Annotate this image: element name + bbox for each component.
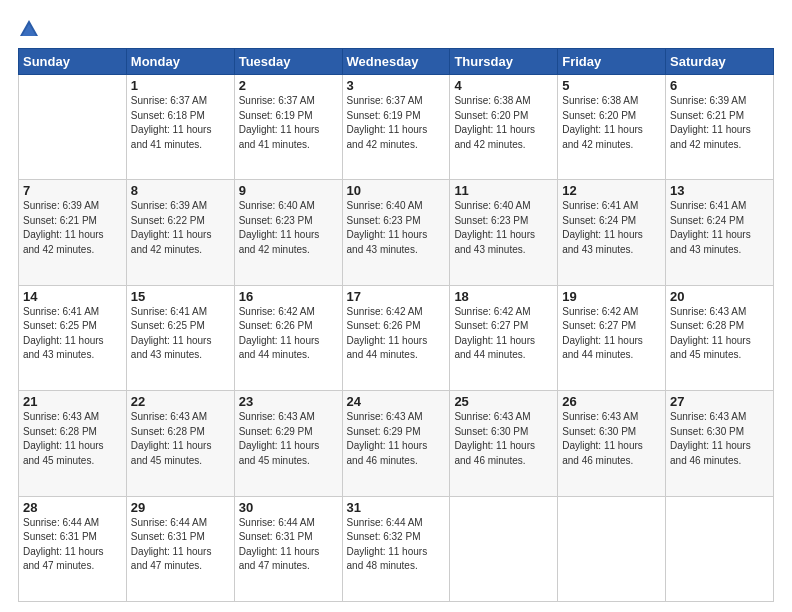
calendar-cell: 14Sunrise: 6:41 AM Sunset: 6:25 PM Dayli… [19, 285, 127, 390]
calendar-cell: 5Sunrise: 6:38 AM Sunset: 6:20 PM Daylig… [558, 75, 666, 180]
day-info: Sunrise: 6:43 AM Sunset: 6:30 PM Dayligh… [670, 410, 769, 468]
day-info: Sunrise: 6:43 AM Sunset: 6:29 PM Dayligh… [239, 410, 338, 468]
calendar-cell: 25Sunrise: 6:43 AM Sunset: 6:30 PM Dayli… [450, 391, 558, 496]
day-number: 12 [562, 183, 661, 198]
calendar-cell [19, 75, 127, 180]
day-number: 29 [131, 500, 230, 515]
day-info: Sunrise: 6:40 AM Sunset: 6:23 PM Dayligh… [454, 199, 553, 257]
calendar-cell: 4Sunrise: 6:38 AM Sunset: 6:20 PM Daylig… [450, 75, 558, 180]
day-number: 31 [347, 500, 446, 515]
day-info: Sunrise: 6:37 AM Sunset: 6:19 PM Dayligh… [239, 94, 338, 152]
weekday-header-thursday: Thursday [450, 49, 558, 75]
header [18, 16, 774, 40]
weekday-header-friday: Friday [558, 49, 666, 75]
day-number: 5 [562, 78, 661, 93]
day-info: Sunrise: 6:43 AM Sunset: 6:30 PM Dayligh… [454, 410, 553, 468]
weekday-header-monday: Monday [126, 49, 234, 75]
calendar-cell: 29Sunrise: 6:44 AM Sunset: 6:31 PM Dayli… [126, 496, 234, 601]
page: SundayMondayTuesdayWednesdayThursdayFrid… [0, 0, 792, 612]
calendar-cell: 7Sunrise: 6:39 AM Sunset: 6:21 PM Daylig… [19, 180, 127, 285]
day-info: Sunrise: 6:43 AM Sunset: 6:28 PM Dayligh… [670, 305, 769, 363]
calendar-cell: 18Sunrise: 6:42 AM Sunset: 6:27 PM Dayli… [450, 285, 558, 390]
day-number: 20 [670, 289, 769, 304]
weekday-row: SundayMondayTuesdayWednesdayThursdayFrid… [19, 49, 774, 75]
day-info: Sunrise: 6:41 AM Sunset: 6:24 PM Dayligh… [670, 199, 769, 257]
calendar-body: 1Sunrise: 6:37 AM Sunset: 6:18 PM Daylig… [19, 75, 774, 602]
day-info: Sunrise: 6:44 AM Sunset: 6:31 PM Dayligh… [23, 516, 122, 574]
weekday-header-wednesday: Wednesday [342, 49, 450, 75]
week-row-4: 21Sunrise: 6:43 AM Sunset: 6:28 PM Dayli… [19, 391, 774, 496]
calendar-cell: 8Sunrise: 6:39 AM Sunset: 6:22 PM Daylig… [126, 180, 234, 285]
day-info: Sunrise: 6:43 AM Sunset: 6:28 PM Dayligh… [23, 410, 122, 468]
calendar-cell: 24Sunrise: 6:43 AM Sunset: 6:29 PM Dayli… [342, 391, 450, 496]
day-info: Sunrise: 6:42 AM Sunset: 6:26 PM Dayligh… [239, 305, 338, 363]
calendar-cell: 11Sunrise: 6:40 AM Sunset: 6:23 PM Dayli… [450, 180, 558, 285]
day-info: Sunrise: 6:39 AM Sunset: 6:21 PM Dayligh… [23, 199, 122, 257]
day-info: Sunrise: 6:43 AM Sunset: 6:28 PM Dayligh… [131, 410, 230, 468]
day-number: 18 [454, 289, 553, 304]
calendar-cell: 13Sunrise: 6:41 AM Sunset: 6:24 PM Dayli… [666, 180, 774, 285]
day-info: Sunrise: 6:39 AM Sunset: 6:22 PM Dayligh… [131, 199, 230, 257]
day-number: 14 [23, 289, 122, 304]
day-number: 23 [239, 394, 338, 409]
calendar-cell [666, 496, 774, 601]
day-info: Sunrise: 6:37 AM Sunset: 6:19 PM Dayligh… [347, 94, 446, 152]
day-number: 30 [239, 500, 338, 515]
calendar-cell: 31Sunrise: 6:44 AM Sunset: 6:32 PM Dayli… [342, 496, 450, 601]
day-number: 8 [131, 183, 230, 198]
day-number: 9 [239, 183, 338, 198]
calendar-cell: 1Sunrise: 6:37 AM Sunset: 6:18 PM Daylig… [126, 75, 234, 180]
day-number: 7 [23, 183, 122, 198]
day-number: 22 [131, 394, 230, 409]
day-number: 13 [670, 183, 769, 198]
day-number: 3 [347, 78, 446, 93]
day-number: 4 [454, 78, 553, 93]
calendar-cell: 9Sunrise: 6:40 AM Sunset: 6:23 PM Daylig… [234, 180, 342, 285]
calendar-cell: 28Sunrise: 6:44 AM Sunset: 6:31 PM Dayli… [19, 496, 127, 601]
calendar-header: SundayMondayTuesdayWednesdayThursdayFrid… [19, 49, 774, 75]
week-row-3: 14Sunrise: 6:41 AM Sunset: 6:25 PM Dayli… [19, 285, 774, 390]
week-row-5: 28Sunrise: 6:44 AM Sunset: 6:31 PM Dayli… [19, 496, 774, 601]
day-number: 10 [347, 183, 446, 198]
day-info: Sunrise: 6:44 AM Sunset: 6:32 PM Dayligh… [347, 516, 446, 574]
day-number: 16 [239, 289, 338, 304]
calendar-cell: 30Sunrise: 6:44 AM Sunset: 6:31 PM Dayli… [234, 496, 342, 601]
calendar-cell: 6Sunrise: 6:39 AM Sunset: 6:21 PM Daylig… [666, 75, 774, 180]
day-number: 25 [454, 394, 553, 409]
day-info: Sunrise: 6:42 AM Sunset: 6:27 PM Dayligh… [562, 305, 661, 363]
calendar-cell: 19Sunrise: 6:42 AM Sunset: 6:27 PM Dayli… [558, 285, 666, 390]
day-info: Sunrise: 6:41 AM Sunset: 6:25 PM Dayligh… [23, 305, 122, 363]
day-info: Sunrise: 6:41 AM Sunset: 6:25 PM Dayligh… [131, 305, 230, 363]
week-row-2: 7Sunrise: 6:39 AM Sunset: 6:21 PM Daylig… [19, 180, 774, 285]
calendar-cell: 23Sunrise: 6:43 AM Sunset: 6:29 PM Dayli… [234, 391, 342, 496]
calendar-cell [558, 496, 666, 601]
calendar-cell [450, 496, 558, 601]
calendar-cell: 22Sunrise: 6:43 AM Sunset: 6:28 PM Dayli… [126, 391, 234, 496]
calendar-cell: 12Sunrise: 6:41 AM Sunset: 6:24 PM Dayli… [558, 180, 666, 285]
calendar-cell: 15Sunrise: 6:41 AM Sunset: 6:25 PM Dayli… [126, 285, 234, 390]
day-number: 27 [670, 394, 769, 409]
week-row-1: 1Sunrise: 6:37 AM Sunset: 6:18 PM Daylig… [19, 75, 774, 180]
day-number: 1 [131, 78, 230, 93]
calendar-cell: 20Sunrise: 6:43 AM Sunset: 6:28 PM Dayli… [666, 285, 774, 390]
day-number: 6 [670, 78, 769, 93]
day-info: Sunrise: 6:41 AM Sunset: 6:24 PM Dayligh… [562, 199, 661, 257]
day-info: Sunrise: 6:40 AM Sunset: 6:23 PM Dayligh… [347, 199, 446, 257]
day-info: Sunrise: 6:43 AM Sunset: 6:30 PM Dayligh… [562, 410, 661, 468]
calendar-cell: 27Sunrise: 6:43 AM Sunset: 6:30 PM Dayli… [666, 391, 774, 496]
calendar-cell: 3Sunrise: 6:37 AM Sunset: 6:19 PM Daylig… [342, 75, 450, 180]
calendar-cell: 10Sunrise: 6:40 AM Sunset: 6:23 PM Dayli… [342, 180, 450, 285]
day-number: 2 [239, 78, 338, 93]
day-number: 19 [562, 289, 661, 304]
day-info: Sunrise: 6:38 AM Sunset: 6:20 PM Dayligh… [454, 94, 553, 152]
day-info: Sunrise: 6:43 AM Sunset: 6:29 PM Dayligh… [347, 410, 446, 468]
logo [18, 16, 44, 40]
calendar-cell: 21Sunrise: 6:43 AM Sunset: 6:28 PM Dayli… [19, 391, 127, 496]
logo-icon [18, 18, 40, 40]
day-info: Sunrise: 6:44 AM Sunset: 6:31 PM Dayligh… [239, 516, 338, 574]
weekday-header-saturday: Saturday [666, 49, 774, 75]
weekday-header-tuesday: Tuesday [234, 49, 342, 75]
day-info: Sunrise: 6:44 AM Sunset: 6:31 PM Dayligh… [131, 516, 230, 574]
calendar-table: SundayMondayTuesdayWednesdayThursdayFrid… [18, 48, 774, 602]
calendar-cell: 17Sunrise: 6:42 AM Sunset: 6:26 PM Dayli… [342, 285, 450, 390]
